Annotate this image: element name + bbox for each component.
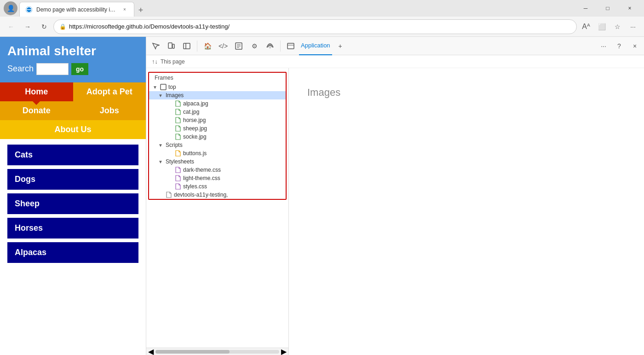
animal-alpacas[interactable]: Alpacas <box>7 242 138 263</box>
tree-label-stylesheets: Stylesheets <box>166 158 194 165</box>
lock-icon: 🔒 <box>59 23 66 30</box>
home-tool-button[interactable]: 🏠 <box>200 39 215 53</box>
network-button[interactable] <box>263 39 277 53</box>
tree-item-cat[interactable]: ▶ cat.jpg <box>149 108 286 116</box>
tree-label-top: top <box>168 84 176 90</box>
chevron-down-icon: ▼ <box>158 159 164 164</box>
back-button[interactable]: ← <box>4 19 18 34</box>
maximize-button[interactable]: □ <box>597 1 618 16</box>
tree-item-socke[interactable]: ▶ socke.jpg <box>149 133 286 141</box>
animal-cats[interactable]: Cats <box>7 145 138 165</box>
tree-label-devtools: devtools-a11y-testing, <box>174 192 228 198</box>
close-devtools-button[interactable]: × <box>627 39 642 53</box>
tree-item-scripts[interactable]: ▼ Scripts <box>149 141 286 149</box>
chevron-down-icon: ▼ <box>158 143 164 148</box>
minimize-button[interactable]: ─ <box>575 1 596 16</box>
more-tabs-button[interactable]: ··· <box>596 39 611 53</box>
this-page-label[interactable]: This page <box>161 58 185 65</box>
tree-item-top[interactable]: ▼ top <box>149 83 286 91</box>
application-tab-icon[interactable] <box>283 39 298 53</box>
tree-item-devtools[interactable]: ▶ devtools-a11y-testing, <box>149 191 286 199</box>
tree-label-scripts: Scripts <box>166 142 183 148</box>
chevron-down-icon: ▼ <box>158 93 164 98</box>
sort-icon: ↑↓ <box>152 58 158 65</box>
home-nav-item[interactable]: Home <box>0 82 73 101</box>
profile-icon[interactable]: 👤 <box>4 1 17 15</box>
animal-horses[interactable]: Horses <box>7 218 138 239</box>
tab-favicon <box>25 6 33 13</box>
help-button[interactable]: ? <box>612 39 627 53</box>
tree-item-alpaca[interactable]: ▶ alpaca.jpg <box>149 99 286 108</box>
site-navigation: Home Adopt a Pet Donate Jobs About Us <box>0 82 146 139</box>
devtools-panel: 🏠 </> ⚙ Application + ··· ? × <box>146 37 644 355</box>
browser-window: 👤 Demo page with accessibility issu × + … <box>0 0 644 355</box>
nav-row-1: Home Adopt a Pet <box>0 82 146 101</box>
app-tree-panel: Frames ▼ top ▼ <box>146 68 289 355</box>
tabs-container: Demo page with accessibility issu × + <box>19 0 573 17</box>
tree-label-buttonsjs: buttons.js <box>183 150 207 157</box>
browser-tab[interactable]: Demo page with accessibility issu × <box>19 2 134 17</box>
bug-button[interactable]: ⚙ <box>247 39 262 53</box>
tree-item-images[interactable]: ▼ Images <box>149 91 286 99</box>
tree-item-styles-css[interactable]: ▶ styles.css <box>149 182 286 191</box>
navigation-bar: ← → ↻ 🔒 https://microsoftedge.github.io/… <box>0 17 644 37</box>
jobs-nav-item[interactable]: Jobs <box>73 101 146 120</box>
adopt-nav-item[interactable]: Adopt a Pet <box>73 82 146 101</box>
close-button[interactable]: × <box>619 1 640 16</box>
tree-label-horse: horse.jpg <box>183 117 206 123</box>
horizontal-scrollbar-track[interactable] <box>155 350 279 354</box>
tree-item-stylesheets[interactable]: ▼ Stylesheets <box>149 157 286 166</box>
tree-label-cat: cat.jpg <box>183 109 199 115</box>
go-button[interactable]: go <box>71 63 88 75</box>
file-icon <box>175 109 181 115</box>
animals-list: Cats Dogs Sheep Horses Alpacas <box>0 139 146 268</box>
tree-item-buttonsjs[interactable]: ▶ buttons.js <box>149 149 286 157</box>
tree-label-images: Images <box>166 92 184 99</box>
site-title: Animal shelter <box>7 44 138 58</box>
scroll-right-button[interactable]: ▶ <box>281 349 287 354</box>
read-aloud-button[interactable]: Aᴬ <box>579 19 593 34</box>
tree-body-inner: Frames ▼ top ▼ <box>148 72 287 200</box>
tab-title: Demo page with accessibility issu <box>36 6 117 13</box>
tree-label-light-css: light-theme.css <box>183 175 220 181</box>
inspect-button[interactable] <box>148 39 163 53</box>
application-tab-label[interactable]: Application <box>299 37 332 55</box>
horizontal-scrollbar-thumb[interactable] <box>155 350 230 354</box>
file-icon <box>175 117 181 123</box>
website-panel: Animal shelter Search go Home Adopt a Pe… <box>0 37 146 355</box>
animal-dogs[interactable]: Dogs <box>7 169 138 190</box>
svg-rect-11 <box>288 43 294 49</box>
tree-label-socke: socke.jpg <box>183 134 207 140</box>
frames-label: Frames <box>149 73 286 83</box>
file-icon <box>175 167 181 173</box>
animal-sheep[interactable]: Sheep <box>7 193 138 214</box>
address-bar[interactable]: 🔒 https://microsoftedge.github.io/Demos/… <box>53 19 577 34</box>
add-tab-button[interactable]: + <box>333 39 348 53</box>
refresh-button[interactable]: ↻ <box>37 19 52 34</box>
split-screen-button[interactable]: ⬜ <box>594 19 609 34</box>
tree-item-sheep[interactable]: ▶ sheep.jpg <box>149 124 286 133</box>
device-button[interactable] <box>164 39 178 53</box>
sources-button[interactable] <box>231 39 246 53</box>
tree-item-dark-css[interactable]: ▶ dark-theme.css <box>149 166 286 174</box>
main-area: Animal shelter Search go Home Adopt a Pe… <box>0 37 644 355</box>
more-button[interactable]: ··· <box>626 19 640 34</box>
tree-item-horse[interactable]: ▶ horse.jpg <box>149 116 286 124</box>
detail-title: Images <box>307 87 340 99</box>
tab-close-button[interactable]: × <box>121 6 128 13</box>
favorites-button[interactable]: ☆ <box>610 19 625 34</box>
aboutus-nav-item[interactable]: About Us <box>0 120 146 139</box>
svg-rect-2 <box>168 43 172 48</box>
window-controls: ─ □ × <box>575 1 640 16</box>
scroll-left-button[interactable]: ◀ <box>148 349 154 354</box>
elements-button[interactable]: </> <box>216 39 230 53</box>
sidebar-button[interactable] <box>179 39 194 53</box>
forward-button[interactable]: → <box>20 19 35 34</box>
search-input[interactable] <box>36 63 69 75</box>
tree-body[interactable]: Frames ▼ top ▼ <box>146 68 288 348</box>
new-tab-button[interactable]: + <box>134 4 147 17</box>
tree-item-light-css[interactable]: ▶ light-theme.css <box>149 174 286 182</box>
site-header: Animal shelter Search go <box>0 37 146 82</box>
nav-row-2: Donate Jobs <box>0 101 146 120</box>
tree-label-dark-css: dark-theme.css <box>183 167 221 173</box>
